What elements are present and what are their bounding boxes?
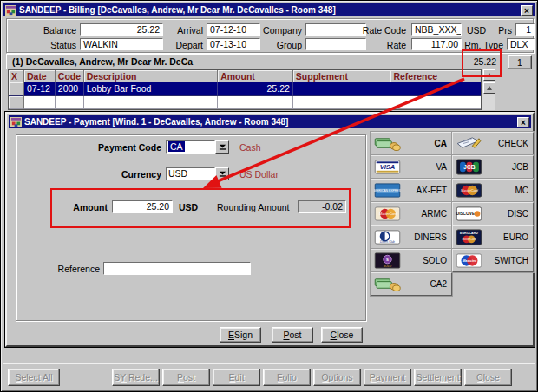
scroll-up-icon[interactable] [483, 69, 495, 81]
svg-text:Maestro: Maestro [463, 258, 477, 263]
toolbar-select-all-button[interactable]: Select All [8, 369, 60, 386]
payment-type-jcb-button[interactable]: JCB JCB [452, 155, 534, 179]
payment-titlebar[interactable]: SANDEEP - Payment [Wind. 1 - DeCavalles,… [9, 115, 531, 128]
payment-type-check-button[interactable]: CHECK [452, 132, 534, 155]
solo-icon: SSOLO [374, 252, 401, 269]
depart-label: Depart [167, 39, 203, 51]
rate-code-label: Rate Code [354, 24, 406, 36]
currency-description: US Dollar [239, 168, 344, 180]
window-1-button[interactable]: 1 [508, 55, 532, 69]
esign-button[interactable]: ESign [220, 327, 261, 343]
toolbar-payment-button[interactable]: Payment [364, 369, 411, 386]
arrival-field[interactable]: 07-12-10 [207, 23, 260, 36]
col-description: Description [84, 70, 218, 82]
currency-code-text: USD [467, 24, 489, 36]
cell-date: 07-12 [24, 82, 56, 96]
rate-field[interactable]: 117.00 [411, 38, 462, 50]
cell-code: 2000 [56, 82, 84, 96]
status-field[interactable]: WALKIN [80, 38, 163, 50]
balance-field[interactable]: 25.22 [80, 23, 163, 36]
prs-label: Prs [488, 24, 512, 36]
reference-input[interactable] [103, 262, 251, 275]
billing-titlebar[interactable]: SANDEEP - Billing [DeCavalles, Andrew, M… [3, 3, 535, 16]
payment-code-dropdown-icon[interactable] [215, 140, 229, 154]
payment-type-ca-button[interactable]: CA [371, 132, 452, 155]
application-window: SANDEEP - Billing [DeCavalles, Andrew, M… [0, 0, 538, 392]
amount-label: Amount [50, 201, 108, 213]
svg-text:Diners Club: Diners Club [380, 240, 395, 244]
arrival-label: Arrival [167, 24, 203, 36]
currency-label: Currency [55, 168, 161, 180]
payment-type-mc-button[interactable]: MasterCard MC [452, 179, 534, 202]
row-selector-cell[interactable] [9, 82, 24, 96]
cell-amount: 25.22 [218, 82, 293, 96]
payment-title: SANDEEP - Payment [Wind. 1 - DeCavalles,… [24, 117, 515, 127]
close-button[interactable]: Close [321, 327, 363, 343]
rm-type-field[interactable]: DLX [507, 38, 535, 50]
discover-icon: DISCOVER [456, 206, 482, 222]
svg-text:MasterCard: MasterCard [461, 189, 479, 193]
rate-label: Rate [354, 39, 406, 51]
prs-field[interactable]: 1 [515, 23, 535, 36]
payment-type-diners-button[interactable]: Diners Club DINERS [371, 225, 452, 249]
currency-combo[interactable]: USD [166, 167, 215, 180]
payment-code-label: Payment Code [55, 141, 161, 154]
toolbar-settlement-button[interactable]: Settlement [414, 369, 462, 386]
rate-code-field[interactable]: NBB_XXX_I [411, 23, 462, 36]
scroll-up-icon[interactable] [483, 82, 495, 94]
charges-table-header: X Date Code Description Amount Supplemen… [9, 70, 481, 82]
svg-text:AMERICAN EXPRESS: AMERICAN EXPRESS [374, 189, 401, 193]
amex-icon: AMERICAN EXPRESS [374, 182, 401, 199]
table-scrollbar[interactable] [482, 69, 495, 110]
rounding-amount-field: -0.02 [298, 200, 346, 213]
balance-label: Balance [30, 24, 76, 36]
col-x: X [9, 70, 24, 82]
payment-close-icon[interactable]: × [517, 117, 529, 127]
svg-text:S: S [386, 258, 389, 262]
svg-text:EUROCARD: EUROCARD [460, 232, 478, 235]
payment-type-disc-button[interactable]: DISCOVER DISC [452, 202, 534, 225]
svg-text:MasterCard: MasterCard [463, 238, 476, 241]
toolbar-post-button[interactable]: Post [162, 369, 210, 386]
currency-value: USD [168, 168, 187, 179]
currency-dropdown-icon[interactable] [215, 167, 229, 180]
diners-icon: Diners Club [374, 229, 401, 245]
rm-type-label: Rm. Type [463, 39, 503, 51]
payment-type-solo-button[interactable]: SSOLO SOLO [371, 249, 452, 272]
row-selector-cell[interactable] [9, 96, 24, 109]
visa-icon: VISA [374, 159, 401, 175]
toolbar-close-button[interactable]: Close [464, 369, 512, 386]
payment-type-armc-button[interactable]: MasterCard ARMC [371, 202, 452, 225]
col-supplement: Supplement [293, 70, 391, 82]
table-row[interactable]: 07-12 2000 Lobby Bar Food 25.22 [9, 82, 481, 96]
cash-icon [374, 135, 401, 152]
reservation-header-panel: Balance 25.22 Arrival 07-12-10 Company R… [6, 18, 534, 53]
table-row-empty[interactable] [9, 96, 481, 109]
payment-code-combo[interactable]: CA [166, 140, 215, 154]
payment-type-switch-button[interactable]: Maestro SWITCH [452, 249, 534, 272]
depart-field[interactable]: 07-13-10 [207, 38, 260, 50]
toolbar-sy-rede-button[interactable]: SY Rede... [112, 369, 160, 386]
col-reference: Reference [390, 70, 481, 82]
amount-currency-text: USD [179, 201, 205, 213]
payment-type-grid: CA CHECK VISA VA JCB JCB AMERICAN EXPRES… [371, 132, 534, 296]
charges-table: X Date Code Description Amount Supplemen… [8, 69, 482, 110]
post-button[interactable]: Post [272, 327, 313, 343]
toolbar-edit-button[interactable]: Edit [213, 369, 260, 386]
col-amount: Amount [218, 70, 293, 82]
payment-type-euro-button[interactable]: EUROCARDMasterCard EURO [452, 225, 534, 249]
toolbar-folio-button[interactable]: Folio [263, 369, 311, 386]
col-code: Code [56, 70, 84, 82]
guest-tab[interactable]: (1) DeCavalles, Andrew, Mr Dear Mr. DeCa… [6, 54, 502, 69]
payment-type-ax-eft-button[interactable]: AMERICAN EXPRESS AX-EFT [371, 179, 452, 202]
billing-close-icon[interactable]: × [521, 5, 533, 16]
payment-type-va-button[interactable]: VISA VA [371, 155, 452, 179]
toolbar-options-button[interactable]: Options [313, 369, 361, 386]
cell-reference [390, 82, 481, 96]
amount-input[interactable]: 25.20 [112, 200, 173, 213]
jcb-icon: JCB [456, 159, 482, 175]
svg-text:JCB: JCB [463, 164, 475, 170]
payment-type-ca2-button[interactable]: CA2 [371, 272, 452, 296]
billing-title: SANDEEP - Billing [DeCavalles, Andrew, M… [19, 5, 518, 15]
guest-tab-balance: 25.22 [474, 56, 496, 67]
